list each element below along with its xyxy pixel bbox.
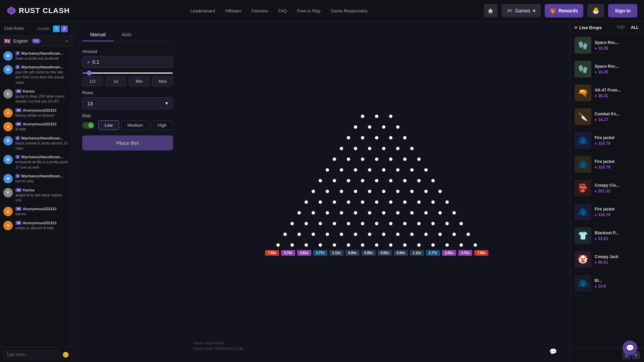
plinko-pin xyxy=(361,179,364,182)
chat-toggle-button[interactable]: 💬 xyxy=(549,348,557,355)
risk-toggle[interactable] xyxy=(82,122,94,129)
drop-item[interactable]: 👺 Creepy Clo... ♦ 201.32 xyxy=(571,176,644,200)
plinko-pin xyxy=(340,168,343,172)
avatar: K xyxy=(3,188,13,197)
plinko-pin xyxy=(347,222,350,225)
drop-item[interactable]: 🧥 Fire jacket ♦ 316.79 xyxy=(571,200,644,224)
plinko-pin xyxy=(319,222,322,225)
nav-free-to-play[interactable]: Free to Play xyxy=(297,8,321,13)
rows-select[interactable]: 13 ▾ xyxy=(82,97,173,109)
avatar: A xyxy=(3,122,13,131)
rewards-button[interactable]: 🎁 Rewards xyxy=(545,4,583,17)
place-bet-button[interactable]: Place Bet xyxy=(82,135,173,150)
drop-item[interactable]: 🧤 Space Roc... ♦ 10.26 xyxy=(571,57,644,81)
drop-item[interactable]: 🧥 Bl... ♦ 14.5 xyxy=(571,272,644,295)
chat-rules-label[interactable]: Chat Rules xyxy=(4,26,24,31)
drop-info: AK-47 From... ♦ 38.31 xyxy=(595,88,640,98)
live-drops-label: Live Drops xyxy=(579,25,602,30)
plinko-pin xyxy=(382,233,385,236)
nav-fairness[interactable]: Fairness xyxy=(252,8,268,13)
nav-affiliates[interactable]: Affiliates xyxy=(225,8,241,13)
tab-top[interactable]: TOP xyxy=(615,24,626,31)
drop-price: ♦ 316.79 xyxy=(595,213,640,217)
double-btn[interactable]: x2 xyxy=(106,76,126,86)
nav-game-responsibly[interactable]: Game Responsibly xyxy=(331,8,368,13)
risk-low-btn[interactable]: Low xyxy=(98,120,119,130)
level-badge: 2 xyxy=(15,136,20,140)
drop-info: Blackout P... ♦ 22.51 xyxy=(595,231,640,241)
discord-icon[interactable]: ⚡ xyxy=(61,25,68,32)
plinko-pin xyxy=(361,222,364,225)
chevron-down-icon: ▾ xyxy=(66,39,68,43)
msg-author: 18 Karma xyxy=(15,188,68,192)
plinko-pin xyxy=(368,211,371,215)
plinko-pin xyxy=(403,158,407,161)
drop-item[interactable]: 🔪 Combat Kn... ♦ 14.17 xyxy=(571,105,644,129)
emoji-button[interactable]: 😊 xyxy=(62,352,69,358)
drop-item[interactable]: 🧥 Fire jacket ♦ 316.79 xyxy=(571,153,644,176)
socials-label: Socials: xyxy=(37,26,50,31)
plinko-pin xyxy=(298,233,301,236)
drop-item[interactable]: 🧤 Space Roc... ♦ 10.26 xyxy=(571,34,644,57)
games-button[interactable]: 🎮 Games ▾ xyxy=(501,4,541,17)
plinko-pin xyxy=(396,147,399,150)
tab-manual[interactable]: Manual xyxy=(82,28,114,41)
msg-author: 26 Anonymous232313 xyxy=(15,221,56,225)
game-controls: Manual Auto Amount ♦ 1/2 x2 Min xyxy=(72,22,183,355)
drop-item[interactable]: 🔫 AK-47 From... ♦ 38.31 xyxy=(571,81,644,105)
plinko-pin xyxy=(417,158,421,161)
plinko-pin xyxy=(438,233,442,236)
drop-item[interactable]: 👕 Blackout P... ♦ 22.51 xyxy=(571,224,644,248)
drop-thumbnail: 🧥 xyxy=(575,132,591,149)
risk-high-btn[interactable]: High xyxy=(151,120,173,130)
multiplier-cell: 2.81x xyxy=(442,250,456,256)
drop-thumbnail: 🧤 xyxy=(575,37,591,54)
plinko-pin xyxy=(431,200,435,204)
max-btn[interactable]: Max xyxy=(152,76,173,86)
plinko-pin xyxy=(326,233,329,236)
seed-info: Server Seed Hash: Client Seed: 743424427… xyxy=(193,340,243,352)
chat-language-selector[interactable]: 🇬🇧 English 501 ▾ xyxy=(0,36,72,47)
drop-item[interactable]: 🧥 Fire jacket ♦ 316.79 xyxy=(571,129,644,153)
tab-auto[interactable]: Auto xyxy=(114,28,140,41)
tab-all[interactable]: ALL xyxy=(630,24,640,31)
plinko-pin xyxy=(382,190,385,193)
plinko-pin xyxy=(340,211,343,215)
amount-slider[interactable] xyxy=(82,72,173,74)
drop-thumbnail: 👕 xyxy=(575,227,591,244)
half-btn[interactable]: 1/2 xyxy=(82,76,103,86)
home-button[interactable]: 🏠 xyxy=(484,4,497,17)
diamond-icon: ♦ xyxy=(595,165,597,170)
amount-label: Amount xyxy=(82,49,173,54)
easter-hunt-button[interactable]: 🐣 xyxy=(587,4,604,17)
toggle-knob xyxy=(88,123,94,128)
msg-content: 26 Anonymous232313 whats ur discord ill … xyxy=(15,221,56,231)
chat-input[interactable] xyxy=(3,350,60,359)
level-badge: 26 xyxy=(15,122,21,126)
plinko-pin xyxy=(389,158,392,161)
plinko-pin xyxy=(417,200,421,204)
risk-label: Risk xyxy=(82,113,173,118)
risk-medium-btn[interactable]: Medium xyxy=(121,120,149,130)
plinko-pin xyxy=(347,179,350,182)
dots-row xyxy=(326,168,428,172)
plinko-pin xyxy=(305,222,308,225)
client-seed-value: Client Seed: 74342442711c2B xyxy=(193,346,243,352)
chat-message: W 2 Wpchaney#banditcam... plus the gift … xyxy=(0,63,72,87)
plinko-pin xyxy=(424,211,428,215)
plinko-pin xyxy=(431,179,435,182)
nav-leaderboard[interactable]: Leaderboard xyxy=(190,8,215,13)
min-btn[interactable]: Min xyxy=(129,76,150,86)
amount-input[interactable] xyxy=(92,59,168,65)
support-button[interactable]: 💬 xyxy=(623,341,637,355)
msg-text: whats ur discord ill help xyxy=(15,226,56,231)
twitter-icon[interactable]: 𝕏 xyxy=(53,25,60,32)
plinko-pin xyxy=(460,243,463,247)
language-flag: 🇬🇧 xyxy=(4,38,11,44)
nav-faq[interactable]: FAQ xyxy=(278,8,287,13)
rows-label: Rows xyxy=(82,90,173,95)
msg-content: 2 Wpchaney#banditcam... plus the gift ca… xyxy=(15,65,68,85)
drop-item[interactable]: 🤡 Creepy Jack ♦ 55.01 xyxy=(571,248,644,272)
signin-button[interactable]: Sign In xyxy=(608,4,637,17)
avatar: W xyxy=(3,65,13,74)
